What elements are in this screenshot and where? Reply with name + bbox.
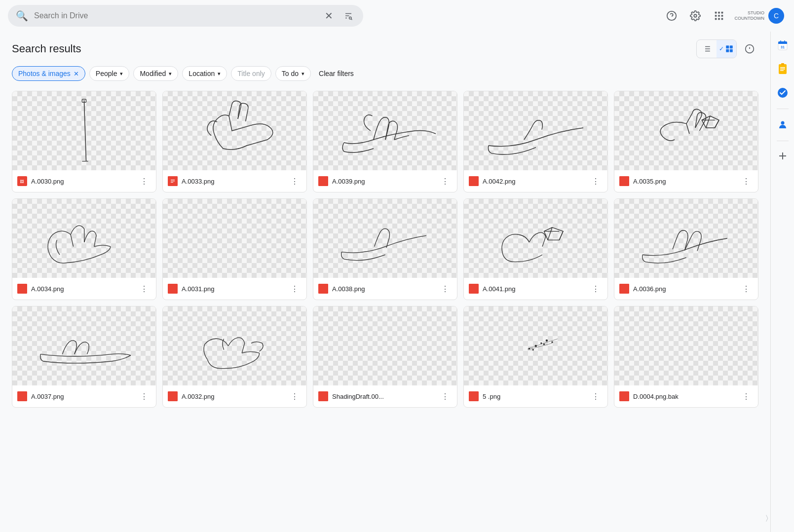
svg-point-53 — [532, 349, 533, 350]
contacts-sidebar-button[interactable] — [773, 115, 793, 135]
file-info: A.0034.png ⋮ — [12, 278, 156, 300]
svg-rect-58 — [778, 43, 787, 44]
file-card[interactable]: D.0004.png.bak ⋮ — [614, 306, 758, 408]
more-options-button[interactable]: ⋮ — [589, 282, 603, 296]
svg-rect-38 — [171, 182, 173, 183]
svg-line-4 — [351, 19, 352, 20]
more-options-button[interactable]: ⋮ — [589, 174, 603, 188]
file-info: A.0032.png ⋮ — [163, 385, 306, 407]
file-type-icon — [469, 176, 479, 186]
more-options-button[interactable]: ⋮ — [288, 389, 302, 403]
account-button[interactable]: STUDIO COUNTDOWN C — [733, 6, 787, 26]
grid-view-button[interactable]: ✓ — [717, 40, 736, 58]
file-thumbnail — [464, 199, 607, 278]
file-card[interactable]: ShadingDraft.00... ⋮ — [313, 306, 457, 408]
help-button[interactable] — [662, 6, 681, 26]
page-header: Search results ✓ — [12, 39, 758, 58]
more-options-button[interactable]: ⋮ — [438, 282, 452, 296]
svg-point-52 — [552, 342, 553, 342]
svg-line-46 — [559, 231, 563, 240]
file-name: A.0042.png — [483, 178, 585, 185]
file-card[interactable]: A.0037.png ⋮ — [12, 306, 156, 408]
scroll-to-bottom-indicator[interactable]: 〉 — [766, 514, 768, 522]
clear-filters-button[interactable]: Clear filters — [315, 67, 358, 80]
file-type-icon: 🖼 — [17, 176, 27, 186]
keep-sidebar-button[interactable] — [773, 59, 793, 79]
more-options-button[interactable]: ⋮ — [137, 174, 151, 188]
clear-search-button[interactable]: ✕ — [322, 9, 336, 23]
svg-text:31: 31 — [781, 45, 785, 49]
file-info: 🖼 A.0030.png ⋮ — [12, 170, 156, 192]
file-type-icon — [469, 284, 479, 294]
more-options-button[interactable]: ⋮ — [739, 389, 753, 403]
file-type-icon — [619, 284, 629, 294]
more-options-button[interactable]: ⋮ — [739, 174, 753, 188]
main-layout: Search results ✓ — [0, 32, 794, 532]
file-thumbnail — [464, 91, 607, 170]
more-options-button[interactable]: ⋮ — [589, 389, 603, 403]
filter-chip-to-do[interactable]: To do ▾ — [275, 66, 311, 81]
filter-close-icon[interactable]: ✕ — [74, 70, 79, 77]
more-options-button[interactable]: ⋮ — [288, 282, 302, 296]
svg-rect-24 — [730, 45, 733, 48]
account-logo: STUDIO COUNTDOWN — [735, 10, 765, 21]
svg-rect-16 — [721, 18, 723, 20]
file-card[interactable]: A.0032.png ⋮ — [162, 306, 307, 408]
chevron-down-icon: ▾ — [302, 71, 304, 77]
more-options-button[interactable]: ⋮ — [137, 389, 151, 403]
add-sidebar-button[interactable] — [774, 147, 792, 165]
file-card[interactable]: A.0034.png ⋮ — [12, 198, 156, 300]
svg-rect-14 — [715, 18, 717, 20]
file-thumbnail — [614, 199, 758, 278]
file-card[interactable]: A.0033.png ⋮ — [162, 91, 307, 192]
file-card[interactable]: A.0042.png ⋮ — [463, 91, 608, 192]
svg-point-7 — [694, 14, 697, 17]
filter-chip-modified[interactable]: Modified ▾ — [133, 66, 178, 81]
file-card[interactable]: A.0031.png ⋮ — [162, 198, 307, 300]
more-options-button[interactable]: ⋮ — [438, 174, 452, 188]
tasks-sidebar-button[interactable] — [773, 83, 793, 103]
list-view-button[interactable] — [697, 40, 717, 58]
filter-chip-location[interactable]: Location ▾ — [182, 66, 227, 81]
svg-rect-64 — [780, 67, 785, 68]
info-button[interactable] — [741, 40, 758, 58]
filter-chip-people[interactable]: People ▾ — [89, 66, 130, 81]
file-card[interactable]: A.0036.png ⋮ — [614, 198, 758, 300]
apps-button[interactable] — [709, 6, 729, 26]
settings-button[interactable] — [685, 6, 705, 26]
calendar-sidebar-button[interactable]: 31 — [773, 36, 793, 55]
filter-chip-title-only: Title only — [231, 66, 271, 81]
sidebar-divider — [777, 109, 789, 109]
file-type-icon — [168, 176, 178, 186]
avatar: C — [768, 8, 784, 24]
more-options-button[interactable]: ⋮ — [137, 282, 151, 296]
search-options-button[interactable] — [341, 9, 355, 23]
filter-label: Photos & images — [18, 70, 71, 77]
file-thumbnail — [12, 199, 156, 278]
svg-line-54 — [528, 339, 558, 349]
file-card[interactable]: 5 .png ⋮ — [463, 306, 608, 408]
search-input[interactable] — [34, 11, 316, 20]
content-area: Search results ✓ — [0, 32, 770, 532]
svg-point-49 — [546, 340, 547, 341]
filter-chip-photos-images[interactable]: Photos & images ✕ — [12, 66, 85, 81]
more-options-button[interactable]: ⋮ — [438, 389, 452, 403]
file-name: A.0036.png — [633, 285, 735, 293]
file-card[interactable]: A.0035.png ⋮ — [614, 91, 758, 192]
file-type-icon — [318, 176, 328, 186]
filter-label: Modified — [140, 70, 166, 77]
svg-rect-65 — [780, 69, 785, 70]
more-options-button[interactable]: ⋮ — [288, 174, 302, 188]
search-icon: 🔍 — [16, 10, 28, 22]
file-type-icon — [469, 391, 479, 401]
view-controls: ✓ — [696, 39, 758, 58]
file-card[interactable]: A.0041.png ⋮ — [463, 198, 608, 300]
svg-rect-15 — [718, 18, 720, 20]
svg-rect-10 — [721, 12, 723, 14]
file-card[interactable]: 🖼 A.0030.png ⋮ — [12, 91, 156, 192]
file-info: ShadingDraft.00... ⋮ — [313, 385, 457, 407]
svg-point-51 — [543, 344, 544, 345]
file-card[interactable]: A.0039.png ⋮ — [313, 91, 457, 192]
more-options-button[interactable]: ⋮ — [739, 282, 753, 296]
file-card[interactable]: A.0038.png ⋮ — [313, 198, 457, 300]
